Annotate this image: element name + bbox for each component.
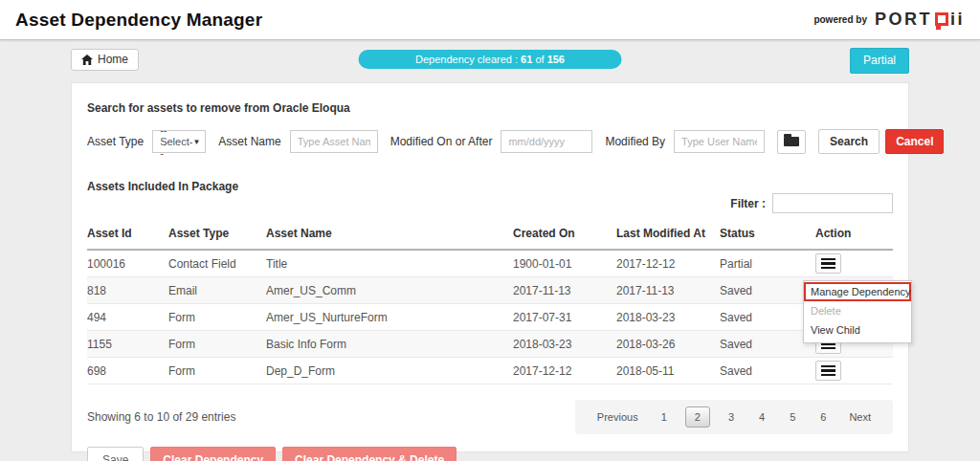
home-icon [81, 55, 93, 65]
asset-id-cell: 698 [87, 364, 168, 378]
action-cell [815, 253, 893, 274]
asset-id-cell: 100016 [87, 257, 168, 271]
chevron-down-icon: ▼ [192, 138, 200, 146]
hamburger-icon [821, 267, 835, 270]
package-section-title: Assets Included In Package [87, 180, 893, 193]
folder-picker-button[interactable] [777, 130, 806, 154]
clear-dependency-delete-button[interactable]: Clear Dependency & Delete [282, 447, 457, 461]
filter-row: Filter : [87, 193, 893, 213]
app-header: Asset Dependency Manager powered by PORT… [0, 0, 980, 40]
modified-by-input[interactable] [674, 130, 765, 153]
home-label: Home [98, 53, 128, 66]
status-cell: Saved [720, 364, 815, 378]
cancel-button[interactable]: Cancel [885, 129, 944, 154]
asset-type-cell: Contact Field [168, 257, 266, 271]
dependency-progress-badge: Dependency cleared : 61 of 156 [359, 50, 622, 69]
asset-type-cell: Form [168, 311, 266, 324]
pagination-pages: 123456 [649, 406, 839, 428]
last-modified-cell: 2018-03-26 [616, 338, 720, 351]
asset-name-input[interactable] [290, 130, 378, 153]
asset-type-selected-value: --Select-- [160, 124, 192, 159]
pagination-page-2[interactable]: 2 [685, 406, 710, 428]
hamburger-icon [821, 347, 835, 350]
asset-name-cell: Dep_D_Form [266, 364, 513, 378]
powered-by-label: powered by [813, 14, 867, 25]
pagination-page-5[interactable]: 5 [783, 408, 802, 426]
asset-id-cell: 818 [87, 284, 168, 297]
asset-table: Asset IdAsset TypeAsset NameCreated OnLa… [87, 220, 893, 384]
portqii-logo: PORT ii [875, 10, 965, 30]
home-button[interactable]: Home [71, 49, 139, 71]
menu-item-view-child[interactable]: View Child [804, 320, 911, 340]
created-on-cell: 2018-03-23 [513, 338, 616, 351]
brand-q-icon [935, 12, 948, 26]
asset-type-cell: Email [168, 284, 266, 297]
asset-table-header: Asset IdAsset TypeAsset NameCreated OnLa… [87, 220, 893, 251]
column-header: Action [815, 227, 893, 240]
save-button[interactable]: Save [87, 447, 144, 461]
column-header: Last Modified At [616, 227, 720, 240]
pagination: Previous 123456 Next [575, 400, 893, 434]
table-row: 494FormAmer_US_NurtureForm2017-07-312018… [87, 304, 893, 331]
column-header: Asset Type [168, 227, 266, 240]
status-cell: Partial [720, 257, 815, 271]
table-row: 818EmailAmer_US_Comm2017-11-132017-11-13… [87, 277, 893, 304]
asset-type-select[interactable]: --Select-- ▼ [152, 130, 206, 153]
clear-dependency-button[interactable]: Clear Dependency [150, 447, 276, 461]
page: Asset Dependency Manager powered by PORT… [0, 0, 980, 461]
table-footer: Showing 6 to 10 of 29 entries Previous 1… [87, 400, 893, 434]
brand-text-left: PORT [875, 10, 932, 30]
asset-type-label: Asset Type [87, 135, 144, 148]
search-form: Asset Type --Select-- ▼ Asset Name Modif… [87, 129, 893, 154]
brand: powered by PORT ii [813, 10, 965, 30]
pagination-page-4[interactable]: 4 [752, 408, 771, 426]
column-header: Asset Id [87, 227, 168, 240]
created-on-cell: 2017-11-13 [513, 284, 616, 297]
created-on-cell: 2017-07-31 [513, 311, 616, 324]
asset-id-cell: 1155 [87, 338, 168, 351]
table-row: 100016Contact FieldTitle1900-01-012017-1… [87, 251, 893, 277]
status-cell: Saved [720, 338, 815, 351]
asset-name-cell: Basic Info Form [266, 338, 513, 351]
asset-table-body: 100016Contact FieldTitle1900-01-012017-1… [87, 251, 893, 384]
last-modified-cell: 2017-11-13 [616, 284, 720, 297]
created-on-cell: 2017-12-12 [513, 364, 616, 378]
created-on-cell: 1900-01-01 [513, 257, 616, 271]
table-row: 698FormDep_D_Form2017-12-122018-05-11Sav… [87, 358, 893, 384]
asset-id-cell: 494 [87, 311, 168, 324]
modified-by-label: Modified By [605, 135, 665, 148]
folder-icon [784, 137, 799, 146]
status-cell: Saved [720, 311, 815, 324]
pagination-next[interactable]: Next [842, 408, 878, 426]
row-actions-menu-button[interactable] [815, 361, 841, 381]
pagination-page-3[interactable]: 3 [722, 408, 741, 426]
filter-input[interactable] [772, 193, 893, 213]
menu-item-delete: Delete [804, 301, 911, 320]
partial-status-button[interactable]: Partial [850, 48, 909, 74]
hamburger-icon [821, 365, 835, 368]
asset-name-cell: Amer_US_NurtureForm [266, 311, 513, 324]
entries-summary: Showing 6 to 10 of 29 entries [87, 410, 235, 424]
pagination-page-6[interactable]: 6 [813, 408, 833, 426]
asset-name-cell: Title [266, 257, 513, 271]
menu-item-manage-dependency[interactable]: Manage Dependency [804, 282, 911, 301]
action-menu: Manage DependencyDeleteView Child [803, 280, 912, 343]
modified-on-date-input[interactable] [501, 130, 592, 153]
asset-name-label: Asset Name [218, 135, 280, 148]
pagination-previous[interactable]: Previous [590, 408, 645, 426]
asset-type-cell: Form [168, 338, 266, 351]
hamburger-icon [821, 258, 835, 261]
search-button[interactable]: Search [818, 129, 880, 154]
last-modified-cell: 2018-05-11 [616, 364, 720, 378]
status-cell: Saved [720, 284, 815, 297]
page-title: Asset Dependency Manager [15, 10, 262, 31]
hamburger-icon [821, 369, 835, 372]
toolbar: Home Dependency cleared : 61 of 156 Part… [71, 48, 909, 75]
pagination-page-1[interactable]: 1 [655, 408, 674, 426]
column-header: Status [720, 227, 815, 240]
action-cell [815, 361, 893, 381]
hamburger-icon [821, 374, 835, 377]
main-panel: Search for assets to remove from Oracle … [71, 82, 909, 452]
asset-type-cell: Form [168, 364, 266, 378]
row-actions-menu-button[interactable] [815, 253, 841, 274]
